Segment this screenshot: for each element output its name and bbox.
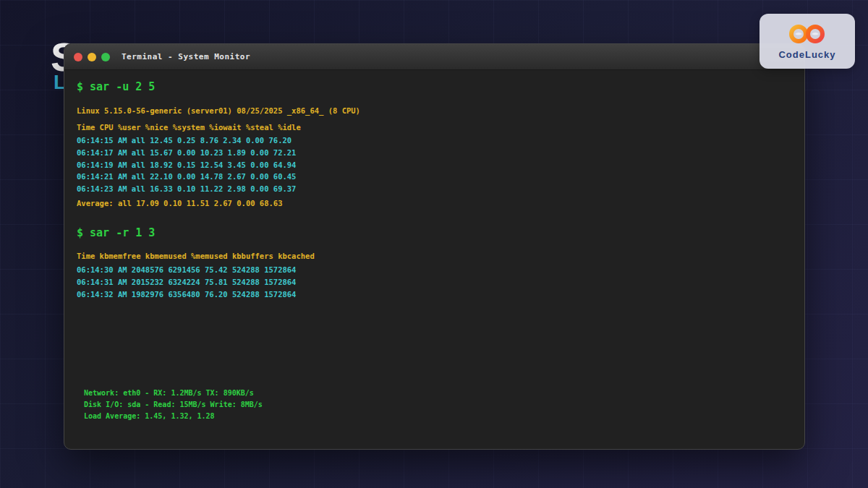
maximize-button[interactable] [101,53,110,61]
memory-table-row: 06:14:31 AM 2015232 6324224 75.81 524288… [77,276,296,288]
terminal-window: Terminal - System Monitor $ sar -u 2 5 L… [64,43,805,450]
cpu-table-header: Time CPU %user %nice %system %iowait %st… [77,123,301,132]
minimize-button[interactable] [88,53,96,61]
cpu-system-info: Linux 5.15.0-56-generic (server01) 08/25… [77,106,360,115]
stat-line: Load Average: 1.45, 1.32, 1.28 [84,411,263,422]
cpu-table-row: 06:14:21 AM all 22.10 0.00 14.78 2.67 0.… [77,171,296,183]
cpu-table-row: 06:14:23 AM all 16.33 0.10 11.22 2.98 0.… [77,183,296,195]
cpu-average: Average: all 17.09 0.10 11.51 2.67 0.00 … [77,199,282,207]
brand-badge: CodeLucky [760,14,855,69]
brand-name: CodeLucky [778,49,835,60]
memory-table-row: 06:14:30 AM 2048576 6291456 75.42 524288… [77,264,296,276]
title-bar[interactable]: Terminal - System Monitor [64,44,804,70]
memory-table-row: 06:14:32 AM 1982976 6356480 76.20 524288… [77,288,296,301]
close-button[interactable] [74,53,82,61]
cpu-table-row: 06:14:19 AM all 18.92 0.15 12.54 3.45 0.… [77,159,296,171]
system-stats: Network: eth0 - RX: 1.2MB/s TX: 890KB/sD… [84,388,263,421]
window-title: Terminal - System Monitor [122,52,250,61]
stat-line: Network: eth0 - RX: 1.2MB/s TX: 890KB/s [84,388,263,399]
cpu-table-row: 06:14:17 AM all 15.67 0.00 10.23 1.89 0.… [77,147,296,159]
stat-line: Disk I/O: sda - Read: 15MB/s Write: 8MB/… [84,399,263,411]
cpu-table-rows: 06:14:15 AM all 12.45 0.25 8.76 2.34 0.0… [77,134,296,195]
cpu-command: $ sar -u 2 5 [77,80,155,93]
infinity-leaf-logo-icon [788,23,827,48]
memory-table-rows: 06:14:30 AM 2048576 6291456 75.42 524288… [77,264,296,300]
memory-command: $ sar -r 1 3 [77,226,155,239]
cpu-table-row: 06:14:15 AM all 12.45 0.25 8.76 2.34 0.0… [77,134,296,147]
memory-table-header: Time kbmemfree kbmemused %memused kbbuff… [77,252,315,260]
